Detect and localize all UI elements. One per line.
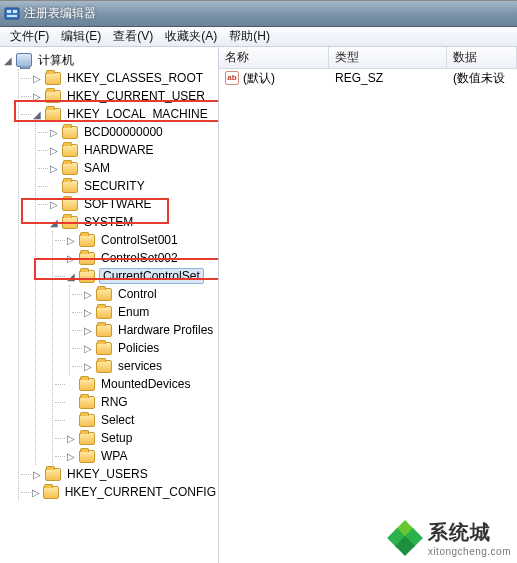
tree-item[interactable]: ▷Enum (70, 303, 218, 321)
expand-toggle-icon[interactable]: ▷ (48, 126, 60, 138)
expand-toggle-icon[interactable]: ▷ (31, 486, 41, 498)
expand-toggle-icon[interactable]: ▷ (48, 162, 60, 174)
expand-toggle-icon[interactable]: ▷ (82, 360, 94, 372)
expand-toggle-icon[interactable]: ◢ (48, 216, 60, 228)
tree-pane: ◢ 计算机 ▷ HKEY_CLASSES_ROOT ▷ (0, 47, 219, 563)
menubar: 文件(F) 编辑(E) 查看(V) 收藏夹(A) 帮助(H) (0, 27, 517, 47)
svg-rect-2 (13, 10, 17, 13)
tree-item-hkcc[interactable]: ▷ HKEY_CURRENT_CONFIG (19, 483, 218, 501)
folder-icon (79, 378, 95, 391)
expand-toggle-icon[interactable]: ▷ (31, 90, 43, 102)
tree-label: Hardware Profiles (116, 322, 215, 338)
expand-toggle-icon[interactable]: ▷ (82, 306, 94, 318)
column-header-data[interactable]: 数据 (447, 47, 517, 68)
tree-item-system[interactable]: ◢ SYSTEM (36, 213, 218, 231)
tree-item-hklm[interactable]: ◢ HKEY_LOCAL_MACHINE (19, 105, 218, 123)
folder-icon (62, 162, 78, 175)
watermark: 系统城 xitongcheng.com (388, 519, 511, 557)
tree-label: HARDWARE (82, 142, 156, 158)
tree-label: ControlSet001 (99, 232, 180, 248)
tree-item[interactable]: ·SECURITY (36, 177, 218, 195)
folder-icon (79, 432, 95, 445)
tree-item[interactable]: ▷ControlSet001 (53, 231, 218, 249)
menu-favorites[interactable]: 收藏夹(A) (159, 26, 223, 47)
value-type: REG_SZ (329, 71, 447, 85)
tree-item[interactable]: ·RNG (53, 393, 218, 411)
tree-label: HKEY_CURRENT_CONFIG (63, 484, 218, 500)
expand-toggle-icon[interactable]: ▷ (82, 342, 94, 354)
tree-item[interactable]: ▷WPA (53, 447, 218, 465)
column-headers: 名称 类型 数据 (219, 47, 517, 69)
tree-item[interactable]: ▷services (70, 357, 218, 375)
registry-tree[interactable]: ◢ 计算机 ▷ HKEY_CLASSES_ROOT ▷ (0, 47, 218, 501)
tree-label: RNG (99, 394, 130, 410)
tree-item[interactable]: ▷BCD00000000 (36, 123, 218, 141)
expand-toggle-icon[interactable]: ▷ (82, 324, 94, 336)
svg-rect-3 (7, 15, 17, 17)
tree-item-hkcr[interactable]: ▷ HKEY_CLASSES_ROOT (19, 69, 218, 87)
folder-icon (45, 468, 61, 481)
tree-label: Setup (99, 430, 134, 446)
tree-item[interactable]: ·Select (53, 411, 218, 429)
list-row[interactable]: ab (默认) REG_SZ (数值未设 (219, 69, 517, 87)
tree-item[interactable]: ▷HARDWARE (36, 141, 218, 159)
tree-item[interactable]: ▷ControlSet002 (53, 249, 218, 267)
tree-item[interactable]: ·MountedDevices (53, 375, 218, 393)
tree-item[interactable]: ▷Policies (70, 339, 218, 357)
watermark-logo-icon (388, 521, 422, 555)
expand-toggle-icon[interactable]: ◢ (2, 54, 14, 66)
tree-label-selected: CurrentControlSet (99, 268, 204, 284)
tree-item[interactable]: ▷SAM (36, 159, 218, 177)
folder-icon (62, 198, 78, 211)
expand-toggle-icon[interactable]: ▷ (48, 144, 60, 156)
tree-item-computer[interactable]: ◢ 计算机 (2, 51, 218, 69)
tree-item-hkcu[interactable]: ▷ HKEY_CURRENT_USER (19, 87, 218, 105)
folder-icon (79, 234, 95, 247)
tree-label: BCD00000000 (82, 124, 165, 140)
tree-item[interactable]: ▷Hardware Profiles (70, 321, 218, 339)
folder-icon (96, 324, 112, 337)
menu-help[interactable]: 帮助(H) (223, 26, 276, 47)
column-header-type[interactable]: 类型 (329, 47, 447, 68)
menu-view[interactable]: 查看(V) (107, 26, 159, 47)
tree-label: services (116, 358, 164, 374)
folder-icon (62, 126, 78, 139)
tree-item-currentcontrolset[interactable]: ◢ CurrentControlSet (53, 267, 218, 285)
tree-label: HKEY_CLASSES_ROOT (65, 70, 205, 86)
tree-item[interactable]: ▷Control (70, 285, 218, 303)
tree-label: WPA (99, 448, 129, 464)
expand-toggle-icon[interactable]: ◢ (31, 108, 43, 120)
expand-toggle-icon[interactable]: ▷ (65, 252, 77, 264)
folder-icon (96, 288, 112, 301)
tree-label: MountedDevices (99, 376, 192, 392)
tree-label: Enum (116, 304, 151, 320)
value-name: (默认) (243, 70, 275, 87)
expand-toggle-icon[interactable]: ▷ (65, 234, 77, 246)
folder-icon (62, 216, 78, 229)
folder-icon (62, 144, 78, 157)
tree-item-hku[interactable]: ▷ HKEY_USERS (19, 465, 218, 483)
folder-icon (96, 360, 112, 373)
tree-label: ControlSet002 (99, 250, 180, 266)
tree-label: HKEY_CURRENT_USER (65, 88, 207, 104)
menu-edit[interactable]: 编辑(E) (55, 26, 107, 47)
expand-toggle-icon[interactable]: ▷ (65, 450, 77, 462)
column-header-name[interactable]: 名称 (219, 47, 329, 68)
expand-toggle-icon[interactable]: ▷ (31, 468, 43, 480)
watermark-text-en: xitongcheng.com (428, 546, 511, 557)
expand-toggle-icon[interactable]: ▷ (65, 432, 77, 444)
expand-toggle-icon[interactable]: ▷ (82, 288, 94, 300)
folder-icon (43, 486, 59, 499)
tree-item[interactable]: ▷SOFTWARE (36, 195, 218, 213)
tree-label: Control (116, 286, 159, 302)
folder-icon (79, 270, 95, 283)
expand-toggle-icon[interactable]: ▷ (48, 198, 60, 210)
string-value-icon: ab (225, 71, 239, 85)
expand-toggle-icon[interactable]: ▷ (31, 72, 43, 84)
expand-toggle-icon[interactable]: ◢ (65, 270, 77, 282)
tree-item[interactable]: ▷Setup (53, 429, 218, 447)
regedit-app-icon (4, 6, 20, 22)
tree-label: SOFTWARE (82, 196, 154, 212)
folder-icon (45, 72, 61, 85)
menu-file[interactable]: 文件(F) (4, 26, 55, 47)
